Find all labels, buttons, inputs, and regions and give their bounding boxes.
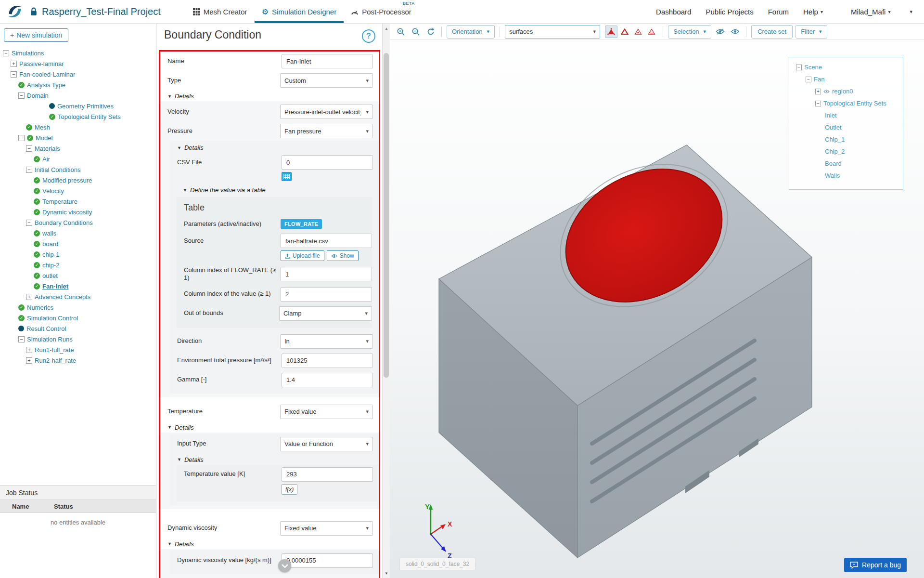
tree-item-chip-1[interactable]: ✓chip-1 [0,249,156,260]
scroll-more-button[interactable] [278,559,291,572]
pick-face-button[interactable] [632,26,644,38]
tree-item-fan-cooled-laminar[interactable]: −Fan-cooled-Laminar [0,69,156,79]
velocity-select[interactable]: Pressure-inlet-outlet velocity ▾ [280,105,373,119]
new-simulation-button[interactable]: + New simulation [4,28,68,42]
hide-selection-button[interactable] [714,26,726,38]
define-table-toggle[interactable]: ▼ Define the value via a table [170,184,379,195]
axis-gizmo[interactable]: Y X Z [409,500,462,563]
tree-label[interactable]: Run1-full_rate [35,346,74,354]
column-index-flow-rate-input[interactable] [281,267,372,281]
selection-dropdown[interactable]: Selection ▾ [668,25,711,39]
tree-label[interactable]: Simulations [12,50,44,57]
visibility-eye-icon[interactable] [823,89,830,94]
scene-item-scene[interactable]: −Scene [792,61,900,73]
tree-label[interactable]: Mesh [35,124,50,131]
collapse-box-icon[interactable]: − [18,135,25,141]
scene-label[interactable]: Board [825,160,842,167]
tree-item-simulations[interactable]: −Simulations [0,48,156,58]
type-select[interactable]: Custom ▾ [280,73,373,88]
tree-item-numerics[interactable]: ✓Numerics [0,302,156,313]
panel-scrollbar[interactable]: ▲ ▼ [382,24,390,578]
nav-dashboard[interactable]: Dashboard [656,8,691,16]
tree-label[interactable]: Boundary Conditions [35,219,93,226]
tree-label[interactable]: Dynamic viscosity [42,209,92,216]
scene-label[interactable]: Chip_2 [825,148,845,155]
out-of-bounds-select[interactable]: Clamp ▾ [279,306,372,321]
scene-item-region0[interactable]: +region0 [792,85,900,97]
scene-label[interactable]: Topological Entity Sets [823,100,886,107]
temperature-value-input[interactable] [282,467,373,482]
zoom-in-button[interactable] [395,26,407,38]
csv-file-input[interactable] [282,155,373,170]
collapse-box-icon[interactable]: − [3,50,9,56]
collapse-box-icon[interactable]: − [18,336,25,342]
scroll-up-arrow[interactable]: ▲ [383,25,390,32]
tree-item-temperature[interactable]: ✓Temperature [0,196,156,207]
tree-item-modified-pressure[interactable]: ✓Modified pressure [0,175,156,185]
pick-edge-button[interactable] [618,26,631,38]
viewport-3d[interactable]: Orientation ▾ surfaces ▾ [390,24,924,578]
collapse-box-icon[interactable]: − [18,92,25,99]
dynamic-viscosity-select[interactable]: Fixed value ▾ [280,521,373,536]
tree-item-advanced-concepts[interactable]: +Advanced Concepts [0,291,156,302]
scene-item-chip-2[interactable]: Chip_2 [792,145,900,158]
expand-box-icon[interactable]: + [26,347,32,353]
tree-item-air[interactable]: ✓Air [0,154,156,164]
scene-label[interactable]: Fan [814,76,824,83]
collapse-box-icon[interactable]: − [806,77,811,82]
collapse-box-icon[interactable]: − [26,167,32,173]
tree-item-simulation-runs[interactable]: −Simulation Runs [0,334,156,344]
tree-label[interactable]: Run2-half_rate [35,357,76,364]
tree-label[interactable]: Geometry Primitives [57,103,114,110]
tree-label[interactable]: Advanced Concepts [35,293,90,301]
tree-item-simulation-control[interactable]: ✓Simulation Control [0,313,156,323]
tree-label[interactable]: Modified pressure [42,177,92,184]
tree-item-result-control[interactable]: Result Control [0,323,156,334]
scene-label[interactable]: Scene [804,64,822,71]
tree-item-run2-half-rate[interactable]: +Run2-half_rate [0,355,156,366]
tree-item-materials[interactable]: −Materials [0,143,156,154]
tree-label[interactable]: Analysis Type [27,81,65,89]
tree-label[interactable]: Numerics [27,304,53,311]
filter-dropdown[interactable]: Filter ▾ [796,25,827,39]
scene-item-fan[interactable]: −Fan [792,73,900,85]
tree-label[interactable]: Simulation Runs [27,336,73,343]
refresh-view-button[interactable] [424,26,436,38]
csv-table-button[interactable] [282,172,292,181]
tree-label[interactable]: outlet [42,272,58,279]
collapse-box-icon[interactable]: − [796,65,802,70]
tree-item-fan-inlet[interactable]: ✓Fan-Inlet [0,281,156,291]
collapse-box-icon[interactable]: − [26,145,32,152]
tab-post-processor[interactable]: Post-Processor BETA [344,0,419,23]
details-toggle[interactable]: ▼ Details [160,421,379,433]
tree-item-walls[interactable]: ✓walls [0,228,156,238]
scene-item-topological-entity-sets[interactable]: −Topological Entity Sets [792,97,900,109]
tree-item-dynamic-viscosity[interactable]: ✓Dynamic viscosity [0,207,156,217]
scene-label[interactable]: Walls [825,172,840,179]
nav-forum[interactable]: Forum [768,8,789,16]
expand-box-icon[interactable]: + [26,357,32,364]
tree-item-analysis-type[interactable]: ✓Analysis Type [0,79,156,90]
tree-label[interactable]: Domain [27,92,49,99]
scene-label[interactable]: Chip_1 [825,136,845,143]
tree-item-board[interactable]: ✓board [0,238,156,249]
pick-body-button[interactable] [645,26,658,38]
tree-label[interactable]: chip-1 [42,251,59,258]
function-button[interactable]: f(x) [282,484,297,495]
nav-public-projects[interactable]: Public Projects [706,8,753,16]
gamma-input[interactable] [282,373,373,387]
upload-file-button[interactable]: Upload file [281,250,324,261]
tree-label[interactable]: Passive-laminar [19,60,64,67]
column-index-value-input[interactable] [281,287,372,302]
expand-box-icon[interactable]: + [26,294,32,300]
tree-item-passive-laminar[interactable]: +Passive-laminar [0,58,156,69]
tree-label[interactable]: Materials [35,145,60,152]
create-set-button[interactable]: Create set [751,25,793,39]
scene-label[interactable]: Inlet [825,112,837,119]
tree-label[interactable]: Air [42,156,50,163]
show-button[interactable]: Show [327,250,359,261]
report-bug-button[interactable]: Report a bug [844,558,907,572]
collapse-box-icon[interactable]: − [11,71,17,78]
details-toggle[interactable]: ▼ Details [160,90,379,101]
tree-label[interactable]: Velocity [42,187,64,195]
